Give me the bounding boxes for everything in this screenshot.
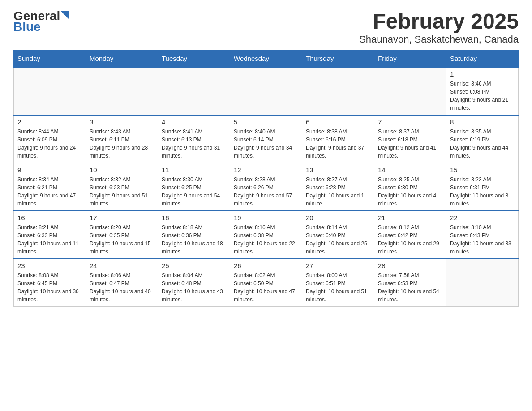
day-number: 4 <box>162 118 226 126</box>
calendar-day-cell: 17Sunrise: 8:20 AM Sunset: 6:35 PM Dayli… <box>86 211 158 259</box>
page-subtitle: Shaunavon, Saskatchewan, Canada <box>359 34 519 45</box>
day-number: 8 <box>450 118 515 126</box>
day-number: 21 <box>378 214 442 222</box>
calendar-day-cell: 22Sunrise: 8:10 AM Sunset: 6:43 PM Dayli… <box>446 211 519 259</box>
day-number: 28 <box>378 262 442 270</box>
day-number: 10 <box>90 166 154 174</box>
day-info: Sunrise: 8:37 AM Sunset: 6:18 PM Dayligh… <box>378 128 442 160</box>
calendar-day-cell: 27Sunrise: 8:00 AM Sunset: 6:51 PM Dayli… <box>302 259 374 307</box>
calendar-day-cell: 13Sunrise: 8:27 AM Sunset: 6:28 PM Dayli… <box>302 163 374 211</box>
day-info: Sunrise: 8:25 AM Sunset: 6:30 PM Dayligh… <box>378 176 442 208</box>
calendar-day-cell: 26Sunrise: 8:02 AM Sunset: 6:50 PM Dayli… <box>230 259 302 307</box>
day-of-week-header: Sunday <box>14 50 86 68</box>
calendar-table: SundayMondayTuesdayWednesdayThursdayFrid… <box>13 50 519 307</box>
calendar-day-cell: 18Sunrise: 8:18 AM Sunset: 6:36 PM Dayli… <box>158 211 230 259</box>
page-title: February 2025 <box>359 9 519 34</box>
day-of-week-header: Friday <box>374 50 446 68</box>
day-number: 6 <box>306 118 370 126</box>
day-info: Sunrise: 7:58 AM Sunset: 6:53 PM Dayligh… <box>378 271 442 304</box>
day-info: Sunrise: 8:21 AM Sunset: 6:33 PM Dayligh… <box>17 223 82 256</box>
day-number: 11 <box>162 166 226 174</box>
calendar-day-cell: 10Sunrise: 8:32 AM Sunset: 6:23 PM Dayli… <box>86 163 158 211</box>
day-number: 9 <box>17 166 82 174</box>
calendar-day-cell: 25Sunrise: 8:04 AM Sunset: 6:48 PM Dayli… <box>158 259 230 307</box>
calendar-week-row: 16Sunrise: 8:21 AM Sunset: 6:33 PM Dayli… <box>14 211 519 259</box>
day-of-week-header: Monday <box>86 50 158 68</box>
day-info: Sunrise: 8:06 AM Sunset: 6:47 PM Dayligh… <box>90 271 154 304</box>
day-number: 3 <box>90 118 154 126</box>
calendar-day-cell: 9Sunrise: 8:34 AM Sunset: 6:21 PM Daylig… <box>14 163 86 211</box>
day-number: 7 <box>378 118 442 126</box>
calendar-day-cell <box>230 67 302 115</box>
day-number: 26 <box>234 262 298 270</box>
calendar-day-cell: 12Sunrise: 8:28 AM Sunset: 6:26 PM Dayli… <box>230 163 302 211</box>
calendar-day-cell <box>374 67 446 115</box>
title-block: February 2025 Shaunavon, Saskatchewan, C… <box>359 9 519 45</box>
day-info: Sunrise: 8:12 AM Sunset: 6:42 PM Dayligh… <box>378 223 442 256</box>
calendar-day-cell: 6Sunrise: 8:38 AM Sunset: 6:16 PM Daylig… <box>302 115 374 163</box>
day-number: 13 <box>306 166 370 174</box>
day-of-week-header: Wednesday <box>230 50 302 68</box>
day-info: Sunrise: 8:38 AM Sunset: 6:16 PM Dayligh… <box>306 128 370 160</box>
calendar-day-cell <box>446 259 519 307</box>
calendar-day-cell: 1Sunrise: 8:46 AM Sunset: 6:08 PM Daylig… <box>446 67 519 115</box>
day-number: 5 <box>234 118 298 126</box>
calendar-day-cell: 4Sunrise: 8:41 AM Sunset: 6:13 PM Daylig… <box>158 115 230 163</box>
day-number: 17 <box>90 214 154 222</box>
calendar-day-cell: 21Sunrise: 8:12 AM Sunset: 6:42 PM Dayli… <box>374 211 446 259</box>
calendar-day-cell: 2Sunrise: 8:44 AM Sunset: 6:09 PM Daylig… <box>14 115 86 163</box>
calendar-day-cell: 7Sunrise: 8:37 AM Sunset: 6:18 PM Daylig… <box>374 115 446 163</box>
day-info: Sunrise: 8:34 AM Sunset: 6:21 PM Dayligh… <box>17 176 82 208</box>
day-number: 27 <box>306 262 370 270</box>
svg-marker-0 <box>61 11 69 19</box>
day-info: Sunrise: 8:32 AM Sunset: 6:23 PM Dayligh… <box>90 176 154 208</box>
day-number: 14 <box>378 166 442 174</box>
logo-triangle-icon <box>61 11 69 21</box>
day-info: Sunrise: 8:16 AM Sunset: 6:38 PM Dayligh… <box>234 223 298 256</box>
day-info: Sunrise: 8:40 AM Sunset: 6:14 PM Dayligh… <box>234 128 298 160</box>
day-number: 1 <box>450 70 515 78</box>
day-number: 18 <box>162 214 226 222</box>
calendar-week-row: 2Sunrise: 8:44 AM Sunset: 6:09 PM Daylig… <box>14 115 519 163</box>
day-info: Sunrise: 8:14 AM Sunset: 6:40 PM Dayligh… <box>306 223 370 256</box>
calendar-day-cell: 8Sunrise: 8:35 AM Sunset: 6:19 PM Daylig… <box>446 115 519 163</box>
day-info: Sunrise: 8:18 AM Sunset: 6:36 PM Dayligh… <box>162 223 226 256</box>
calendar-day-cell: 28Sunrise: 7:58 AM Sunset: 6:53 PM Dayli… <box>374 259 446 307</box>
day-info: Sunrise: 8:30 AM Sunset: 6:25 PM Dayligh… <box>162 176 226 208</box>
day-number: 16 <box>17 214 82 222</box>
day-info: Sunrise: 8:43 AM Sunset: 6:11 PM Dayligh… <box>90 128 154 160</box>
day-number: 22 <box>450 214 515 222</box>
day-info: Sunrise: 8:08 AM Sunset: 6:45 PM Dayligh… <box>17 271 82 304</box>
day-info: Sunrise: 8:28 AM Sunset: 6:26 PM Dayligh… <box>234 176 298 208</box>
calendar-day-cell: 19Sunrise: 8:16 AM Sunset: 6:38 PM Dayli… <box>230 211 302 259</box>
calendar-day-cell: 15Sunrise: 8:23 AM Sunset: 6:31 PM Dayli… <box>446 163 519 211</box>
calendar-day-cell: 14Sunrise: 8:25 AM Sunset: 6:30 PM Dayli… <box>374 163 446 211</box>
calendar-day-cell <box>14 67 86 115</box>
calendar-day-cell: 23Sunrise: 8:08 AM Sunset: 6:45 PM Dayli… <box>14 259 86 307</box>
calendar-day-cell: 16Sunrise: 8:21 AM Sunset: 6:33 PM Dayli… <box>14 211 86 259</box>
day-number: 15 <box>450 166 515 174</box>
day-info: Sunrise: 8:44 AM Sunset: 6:09 PM Dayligh… <box>17 128 82 160</box>
calendar-day-cell: 11Sunrise: 8:30 AM Sunset: 6:25 PM Dayli… <box>158 163 230 211</box>
calendar-day-cell: 3Sunrise: 8:43 AM Sunset: 6:11 PM Daylig… <box>86 115 158 163</box>
day-info: Sunrise: 8:27 AM Sunset: 6:28 PM Dayligh… <box>306 176 370 208</box>
day-info: Sunrise: 8:23 AM Sunset: 6:31 PM Dayligh… <box>450 176 515 208</box>
logo-blue-text: Blue <box>13 20 41 34</box>
day-info: Sunrise: 8:46 AM Sunset: 6:08 PM Dayligh… <box>450 80 515 112</box>
header: General Blue February 2025 Shaunavon, Sa… <box>13 9 519 45</box>
day-info: Sunrise: 8:02 AM Sunset: 6:50 PM Dayligh… <box>234 271 298 304</box>
calendar-week-row: 9Sunrise: 8:34 AM Sunset: 6:21 PM Daylig… <box>14 163 519 211</box>
calendar-week-row: 1Sunrise: 8:46 AM Sunset: 6:08 PM Daylig… <box>14 67 519 115</box>
day-info: Sunrise: 8:20 AM Sunset: 6:35 PM Dayligh… <box>90 223 154 256</box>
day-info: Sunrise: 8:04 AM Sunset: 6:48 PM Dayligh… <box>162 271 226 304</box>
day-of-week-header: Tuesday <box>158 50 230 68</box>
logo: General Blue <box>13 9 69 34</box>
day-info: Sunrise: 8:41 AM Sunset: 6:13 PM Dayligh… <box>162 128 226 160</box>
day-info: Sunrise: 8:35 AM Sunset: 6:19 PM Dayligh… <box>450 128 515 160</box>
day-number: 25 <box>162 262 226 270</box>
day-info: Sunrise: 8:00 AM Sunset: 6:51 PM Dayligh… <box>306 271 370 304</box>
calendar-day-cell <box>302 67 374 115</box>
calendar-day-cell: 20Sunrise: 8:14 AM Sunset: 6:40 PM Dayli… <box>302 211 374 259</box>
day-number: 23 <box>17 262 82 270</box>
day-of-week-header: Saturday <box>446 50 519 68</box>
